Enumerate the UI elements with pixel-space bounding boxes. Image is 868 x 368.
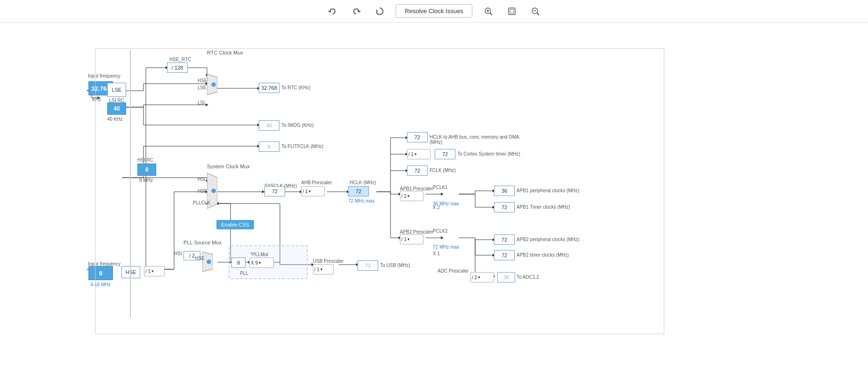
hsi-freq-box: 8 [137,164,156,176]
apb1-timer-box: 72 [494,202,515,212]
to-iwdg-box: 40 [259,120,279,131]
hclk-box: 72 [348,186,369,196]
hse-rtc-label: HSE_RTC [169,57,191,62]
ahb-label: AHB Prescaler [301,180,332,185]
system-clock-mux-label: System Clock Mux [207,164,250,169]
adc-prescaler-dropdown[interactable]: / 2 [470,272,494,282]
hclk-label: HCLK (MHz) [350,180,376,185]
svg-rect-6 [510,9,514,13]
hse-box: HSE [121,266,140,278]
hsi-rc-label: HSI RC [137,157,153,163]
divider-line [130,50,131,318]
pll-mul-label: *PLLMul [250,252,268,257]
fclk-label: FCLK (MHz) [430,168,456,173]
canvas-inner: Input frequency 32.768 KHz LSE LSI RC 40… [0,23,868,368]
sysclk-box: 72 [264,186,285,196]
adc-label: ADC Prescaler [438,268,469,274]
cortex-timer-label: To Cortex System timer (MHz) [457,151,520,157]
hclk-ahb-box: 72 [407,132,428,142]
apb1-periph-box: 36 [494,186,515,196]
hsi-sys-mux-in: HSI [198,177,206,182]
hse-div128-box: / 128 [167,63,188,73]
zoom-out-button[interactable] [528,5,543,18]
pll-mul-dropdown[interactable]: X 9 [249,258,274,268]
hclk-ahb-label: HCLK to AHB bus, core, memory and DMA (M… [430,134,524,145]
hse-rtc-mux-in: HSE [198,78,207,83]
pll-sys-mux-in: PLLCLK [193,200,210,205]
zoom-in-button[interactable] [481,5,496,18]
hsi-pll-label: HSI [174,251,182,256]
usb-label: USB Prescaler [313,258,344,264]
hse-freq-box: 8 [88,266,113,280]
to-rtc-label: To RTC (KHz) [281,85,311,90]
adc-val-box: 36 [497,272,515,282]
ahb-prescaler-dropdown[interactable]: / 1 [301,186,325,196]
cortex-timer-box: 72 [435,149,455,159]
adc-dest-label: To ADC1,2 [517,274,539,280]
lse-unit-label: KHz [92,97,101,102]
cortex-prescaler-dropdown[interactable]: / 1 [407,149,430,159]
toolbar: Resolve Clock Issues [0,0,868,23]
pclk2-label: PCLK2 [433,228,448,234]
refresh-button[interactable] [372,5,387,18]
svg-point-16 [207,260,211,264]
pll-source-mux [202,252,213,272]
hse-div1-dropdown[interactable]: / 1 [144,266,165,276]
svg-point-14 [212,189,215,193]
usb-val-box: 72 [358,260,378,271]
usb-dest-label: To USB (MHz) [380,263,410,268]
pclk2-max-label: 72 MHz max [433,244,459,250]
pll-source-mux-label: PLL Source Mux [183,240,222,245]
hse-unit-label: 4-16 MHz [90,282,111,287]
apb2-timer-box: 72 [494,250,515,260]
svg-marker-0 [376,9,378,11]
lsi-unit-label: 40 KHz [107,117,123,122]
to-rtc-box: 32.768 [259,83,279,93]
svg-rect-5 [509,8,515,15]
svg-line-8 [537,13,539,15]
hclk-max-label: 72 MHz max [348,198,374,204]
to-iwdg-label: To IWDG (KHz) [281,123,314,128]
lsi-mux-in: LSI [198,100,205,105]
pll-val-box: 8 [231,258,246,268]
apb1-prescaler-dropdown[interactable]: / 2 [400,191,423,201]
svg-line-2 [490,13,492,15]
resolve-clock-button[interactable]: Resolve Clock Issues [396,4,472,18]
redo-button[interactable] [349,5,364,18]
canvas-area: Input frequency 32.768 KHz LSE LSI RC 40… [0,23,868,368]
usb-prescaler-dropdown[interactable]: / 1 [313,264,334,274]
apb2-periph-box: 72 [494,235,515,245]
fclk-box: 72 [407,165,428,176]
input-freq-label-1: Input frequency [88,73,120,78]
rtc-clock-mux-label: RTC Clock Mux [207,50,243,55]
apb2-timer-label: APB2 timer clocks (MHz) [517,252,569,258]
apb1-timer-mul-label: X 2 [433,205,440,210]
apb1-timer-label: APB1 Timer clocks (MHz) [517,204,570,210]
lse-box: LSE [107,83,126,97]
rtc-mux [207,74,217,95]
undo-button[interactable] [325,5,340,18]
pll-box-label: PLL [240,271,248,276]
to-flitfclk-box: 8 [259,141,279,152]
enable-css-button[interactable]: Enable CSS [216,220,254,229]
pclk1-label: PCLK1 [433,185,448,190]
apb2-periph-label: APB2 peripheral clocks (MHz) [517,237,579,242]
hse-sys-mux-in: HSE [198,188,207,194]
apb1-periph-label: APB1 peripheral clocks (MHz) [517,188,579,193]
lse-mux-in: LSE [198,85,207,90]
fit-button[interactable] [504,5,519,18]
lsi-freq-box: 40 [107,102,126,115]
hse-pll-mux-label: HSE [195,256,205,261]
svg-point-12 [212,83,215,86]
hsi-unit-label: 8 MHz [139,178,153,183]
to-flitfclk-label: To FLITFCLK (MHz) [281,144,323,149]
apb2-timer-mul-label: X 1 [433,251,440,256]
apb2-prescaler-dropdown[interactable]: / 1 [400,234,423,244]
